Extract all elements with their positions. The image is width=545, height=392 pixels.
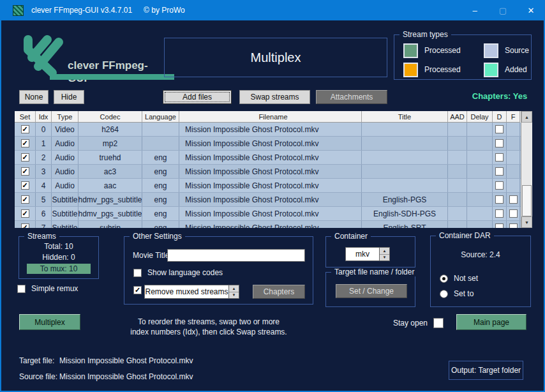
idx-cell: 7 bbox=[36, 221, 52, 228]
multiplex-button[interactable]: Multiplex bbox=[19, 314, 80, 330]
language-cell: eng bbox=[142, 221, 179, 228]
reorder-hint: To reorder the streams, swap two or more… bbox=[103, 317, 314, 337]
show-language-codes-row: Show language codes bbox=[133, 268, 223, 277]
column-header-idx[interactable]: Idx bbox=[36, 111, 52, 123]
simple-remux-checkbox[interactable] bbox=[17, 285, 26, 293]
aad-cell bbox=[448, 123, 467, 136]
container-select[interactable]: mkv ▲▼ bbox=[345, 247, 390, 261]
table-row[interactable]: 1 Audio mp2 Mission Impossible Ghost Pro… bbox=[15, 137, 532, 151]
swatch-label: Added bbox=[505, 65, 529, 74]
column-header-language[interactable]: Language bbox=[142, 111, 179, 123]
idx-cell: 2 bbox=[36, 151, 52, 164]
type-cell: Subtitle bbox=[52, 221, 78, 228]
f-checkbox[interactable] bbox=[509, 195, 518, 204]
column-header-aad[interactable]: AAD bbox=[448, 111, 467, 123]
set-checkbox[interactable] bbox=[21, 209, 29, 218]
language-cell: eng bbox=[142, 193, 179, 206]
d-checkbox[interactable] bbox=[495, 209, 504, 218]
output-target-folder: Output: Target folder bbox=[449, 361, 523, 380]
column-header-filename[interactable]: Filename bbox=[179, 111, 362, 123]
set-checkbox[interactable] bbox=[21, 167, 29, 176]
column-header-f[interactable]: F bbox=[507, 111, 520, 123]
swap-streams-button[interactable]: Swap streams bbox=[239, 90, 310, 104]
scroll-down-icon[interactable]: ▼ bbox=[521, 216, 532, 228]
spin-down-icon[interactable]: ▼ bbox=[229, 292, 239, 299]
d-checkbox[interactable] bbox=[495, 125, 504, 133]
scrollbar-thumb[interactable] bbox=[522, 185, 532, 216]
aad-cell bbox=[448, 151, 467, 164]
d-checkbox[interactable] bbox=[495, 167, 504, 176]
spin-up-icon[interactable]: ▲ bbox=[229, 285, 239, 292]
f-checkbox[interactable] bbox=[509, 209, 518, 218]
container-dar-label: Container DAR bbox=[436, 231, 494, 240]
target-file-value: Mission Impossible Ghost Protocol.mkv bbox=[59, 356, 193, 365]
type-cell: Video bbox=[52, 123, 78, 136]
set-checkbox[interactable] bbox=[21, 223, 29, 228]
set-to-radio[interactable] bbox=[440, 290, 448, 298]
d-checkbox[interactable] bbox=[495, 181, 504, 190]
type-cell: Audio bbox=[52, 151, 78, 164]
column-header-delay[interactable]: Delay bbox=[467, 111, 493, 123]
table-row[interactable]: 0 Video h264 Mission Impossible Ghost Pr… bbox=[15, 123, 532, 137]
minimize-button[interactable]: – bbox=[461, 0, 489, 20]
table-row[interactable]: 2 Audio truehd eng Mission Impossible Gh… bbox=[15, 151, 532, 165]
spin-down-icon[interactable]: ▼ bbox=[380, 255, 389, 261]
set-checkbox[interactable] bbox=[21, 153, 29, 162]
f-checkbox[interactable] bbox=[509, 223, 518, 228]
column-header-codec[interactable]: Codec bbox=[78, 111, 142, 123]
none-button[interactable]: None bbox=[19, 90, 49, 104]
streams-total: Total: 10 bbox=[44, 242, 73, 251]
attachments-button[interactable]: Attachments bbox=[316, 90, 387, 104]
set-checkbox[interactable] bbox=[21, 139, 29, 147]
delay-cell bbox=[467, 207, 493, 220]
d-checkbox[interactable] bbox=[495, 195, 504, 204]
set-checkbox[interactable] bbox=[21, 195, 29, 204]
table-row[interactable]: 4 Audio aac eng Mission Impossible Ghost… bbox=[15, 179, 532, 193]
table-row[interactable]: 5 Subtitle hdmv_pgs_subtitle eng Mission… bbox=[15, 193, 532, 207]
column-header-title[interactable]: Title bbox=[362, 111, 448, 123]
stay-open-checkbox[interactable] bbox=[433, 318, 444, 328]
scroll-up-icon[interactable]: ▲ bbox=[521, 111, 532, 123]
language-cell bbox=[142, 123, 179, 136]
table-row[interactable]: 7 Subtitle subrip eng Mission Impossible… bbox=[15, 221, 532, 228]
stream-types-label: Stream types bbox=[399, 30, 451, 39]
type-cell: Audio bbox=[52, 179, 78, 192]
filename-cell: Mission Impossible Ghost Protocol.mkv bbox=[179, 221, 362, 228]
spin-up-icon[interactable]: ▲ bbox=[380, 248, 389, 255]
table-row[interactable]: 3 Audio ac3 eng Mission Impossible Ghost… bbox=[15, 165, 532, 179]
show-language-codes-checkbox[interactable] bbox=[133, 269, 142, 277]
logo-text: clever FFmpeg-GUI bbox=[68, 59, 160, 85]
add-files-button[interactable]: Add files bbox=[163, 90, 232, 104]
column-header-d[interactable]: D bbox=[493, 111, 507, 123]
main-page-button[interactable]: Main page bbox=[456, 314, 526, 330]
remove-muxed-checkbox[interactable] bbox=[133, 286, 142, 294]
maximize-button[interactable]: ▢ bbox=[489, 0, 517, 20]
idx-cell: 4 bbox=[36, 179, 52, 192]
title-cell bbox=[362, 123, 448, 136]
not-set-radio[interactable] bbox=[440, 275, 448, 283]
codec-cell: hdmv_pgs_subtitle bbox=[78, 207, 142, 220]
idx-cell: 5 bbox=[36, 193, 52, 206]
table-row[interactable]: 6 Subtitle hdmv_pgs_subtitle eng Mission… bbox=[15, 207, 532, 221]
hide-button[interactable]: Hide bbox=[54, 90, 84, 104]
set-checkbox[interactable] bbox=[21, 181, 29, 190]
vertical-scrollbar[interactable]: ▲ ▼ bbox=[521, 111, 532, 228]
column-header-type[interactable]: Type bbox=[52, 111, 78, 123]
set-checkbox[interactable] bbox=[21, 125, 29, 133]
d-checkbox[interactable] bbox=[495, 153, 504, 162]
d-checkbox[interactable] bbox=[495, 139, 504, 147]
remove-muxed-streams-select[interactable]: Remove muxed streams ▲▼ bbox=[144, 285, 239, 299]
set-change-button[interactable]: Set / Change bbox=[336, 284, 407, 298]
added-swatch bbox=[484, 63, 498, 77]
movie-title-input[interactable] bbox=[167, 249, 305, 262]
other-settings-label: Other Settings bbox=[130, 232, 185, 241]
container-value: mkv bbox=[345, 247, 380, 261]
delay-cell bbox=[467, 165, 493, 178]
column-header-set[interactable]: Set bbox=[15, 111, 36, 123]
source-swatch bbox=[484, 43, 498, 58]
delay-cell bbox=[467, 179, 493, 192]
close-button[interactable]: ✕ bbox=[517, 0, 545, 20]
d-checkbox[interactable] bbox=[495, 223, 504, 228]
chapters-button[interactable]: Chapters bbox=[253, 285, 305, 299]
filename-cell: Mission Impossible Ghost Protocol.mkv bbox=[179, 207, 362, 220]
